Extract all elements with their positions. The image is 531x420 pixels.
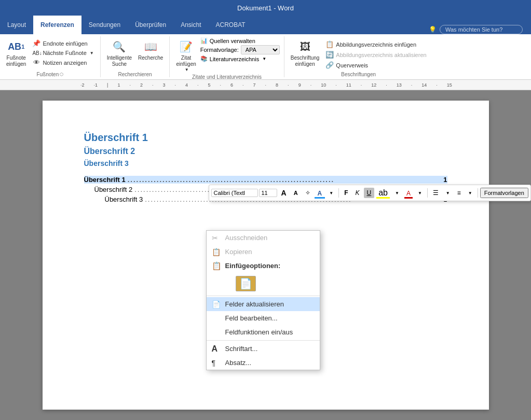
fussnote-label: Fußnoteeinfügen (6, 55, 26, 67)
literatur-dropdown: ▼ (262, 57, 266, 61)
beschriftungen-content: 🖼 Beschriftungeinfügen 📋 Abbildungsverze… (289, 36, 429, 71)
fussnote-icon: AB1 (8, 38, 24, 55)
clear-format-button[interactable]: ✧ (302, 188, 314, 198)
document-heading2[interactable]: Überschrift 2 (84, 147, 447, 156)
tab-ansicht[interactable]: Ansicht (173, 16, 208, 34)
abbildungsverzeichnis-aktualisieren-button[interactable]: 🔄 Abbildungsverzeichnis aktualisieren (323, 50, 428, 60)
font-color-btn[interactable]: A (403, 187, 414, 199)
tab-ueberpruefen[interactable]: Überprüfen (128, 16, 173, 34)
lightbulb-icon: 💡 (429, 26, 437, 33)
beschriftung-label: Beschriftungeinfügen (291, 55, 320, 67)
tab-sendungen[interactable]: Sendungen (81, 16, 128, 34)
zitat-label: Zitateinfügen (176, 55, 196, 67)
tab-referenzen[interactable]: Referenzen (33, 16, 81, 34)
toc-text-1: Überschrift 1 (84, 176, 126, 184)
document-heading1[interactable]: Überschrift 1 (84, 132, 447, 144)
recherche-button[interactable]: 📖 Recherche (136, 37, 165, 62)
ribbon: AB1 Fußnoteeinfügen 📌 Endnote einfügen A… (0, 34, 531, 80)
abbildungsverzeichnis-einfuegen-button[interactable]: 📋 Abbildungsverzeichnis einfügen (323, 39, 428, 49)
document-heading3[interactable]: Überschrift 3 (84, 159, 447, 167)
font-color-dropdown[interactable]: ▼ (415, 189, 425, 197)
color-underline (315, 197, 325, 199)
ctx-kopieren[interactable]: 📋 Kopieren (207, 245, 320, 259)
beschriftung-einfuegen-button[interactable]: 🖼 Beschriftungeinfügen (289, 37, 322, 68)
ribbon-search-box[interactable]: Was möchten Sie tun? (440, 25, 523, 34)
font-shrink-button[interactable]: A (291, 188, 301, 198)
ctx-feld-bearbeiten[interactable]: Feld bearbeiten... (207, 311, 320, 325)
bullets-button[interactable]: ☰ (430, 188, 442, 198)
document-page[interactable]: Überschrift 1 Überschrift 2 Überschrift … (43, 101, 489, 410)
toolbar-sep-3 (478, 188, 478, 198)
ctx-feldfunktionen[interactable]: Feldfunktionen ein/aus (207, 325, 320, 339)
highlight-bar (376, 197, 390, 199)
ruler-marks: ·2 ·1 | 1 · 2 · 3 · 4 · 5 · 6 · 7 · 8 · … (80, 82, 452, 88)
font-grow-button[interactable]: A (278, 187, 290, 199)
tab-acrobat[interactable]: ACROBAT (209, 16, 253, 34)
felder-aktualisieren-label: Felder aktualisieren (225, 300, 284, 308)
recherche-icon: 📖 (142, 38, 159, 55)
notizen-anzeigen-button[interactable]: 👁 Notizen anzeigen (30, 58, 96, 67)
literaturverzeichnis-button[interactable]: Literaturverzeichnis (210, 56, 259, 62)
ctx-schriftart[interactable]: A Schriftart... (207, 342, 320, 356)
notizen-icon: 👁 (32, 59, 40, 66)
naechste-fussnote-dropdown: ▼ (90, 51, 94, 55)
intelligente-suche-button[interactable]: 🔍 IntelligenteSuche (105, 37, 134, 68)
toc-text-2: Überschrift 2 (94, 186, 133, 193)
highlight-btn[interactable]: ab (375, 187, 391, 199)
kopieren-label: Kopieren (225, 248, 252, 256)
endnote-einfuegen-button[interactable]: 📌 Endnote einfügen (30, 38, 96, 48)
absatz-label: Absatz... (225, 359, 252, 367)
formatvorlage-select[interactable]: APA (241, 45, 280, 54)
intelligente-suche-icon: 🔍 (111, 38, 128, 55)
highlight-dropdown[interactable]: ▼ (392, 189, 402, 197)
querverweis-icon: 🔗 (325, 61, 334, 69)
formatvorlagen-button[interactable]: Formatvorlagen (480, 188, 528, 198)
quellen-verwalten-button[interactable]: Quellen verwalten (210, 38, 255, 44)
ribbon-group-recherchieren: 🔍 IntelligenteSuche 📖 Recherche Recherch… (101, 36, 170, 77)
numbering-dropdown[interactable]: ▼ (465, 189, 475, 197)
fussnoten-group-label: Fußnoten ⬡ (36, 71, 63, 77)
italic-button[interactable]: K (352, 188, 363, 198)
ctx-einfuegeoptionen-header: 📋 Einfügeoptionen: (207, 259, 320, 273)
font-input[interactable] (211, 189, 258, 197)
ctx-felder-aktualisieren[interactable]: 📄 Felder aktualisieren (207, 297, 320, 311)
document-area: Überschrift 1 Überschrift 2 Überschrift … (0, 90, 531, 420)
ausschneiden-label: Ausschneiden (225, 234, 268, 242)
fussnote-einfuegen-button[interactable]: AB1 Fußnoteeinfügen (4, 37, 28, 68)
ctx-ausschneiden[interactable]: ✂ Ausschneiden (207, 231, 320, 245)
literatur-icon: 📚 (200, 55, 208, 62)
bullets-dropdown[interactable]: ▼ (443, 189, 453, 197)
scissors-icon: ✂ (212, 234, 218, 242)
felder-icon: 📄 (212, 300, 221, 309)
ctx-absatz[interactable]: ¶ Absatz... (207, 356, 320, 370)
abbildungsverz-akt-icon: 🔄 (325, 51, 334, 59)
title-text: Dokument1 - Word (237, 4, 294, 12)
highlight-color-btn[interactable]: A (315, 187, 325, 199)
toc-dots-1: ........................................… (128, 176, 442, 184)
color-dropdown[interactable]: ▼ (326, 189, 336, 197)
notizen-label: Notizen anzeigen (43, 60, 87, 66)
recherchieren-group-label: Recherchieren (118, 71, 152, 77)
feldfunktionen-label: Feldfunktionen ein/aus (225, 328, 293, 336)
abbildungsverz-akt-label: Abbildungsverzeichnis aktualisieren (336, 52, 426, 58)
ctx-paste-sub[interactable]: 📄 (207, 273, 320, 295)
naechste-fussnote-button[interactable]: AB↓ Nächste Fußnote ▼ (30, 49, 96, 57)
schriftart-label: Schriftart... (225, 345, 258, 353)
tab-layout[interactable]: Layout (0, 16, 33, 34)
font-size-input[interactable] (259, 189, 277, 197)
highlight-icon: ab (378, 188, 388, 197)
fussnoten-expand[interactable]: ⬡ (60, 72, 63, 77)
absatz-icon: ¶ (212, 359, 216, 367)
bold-button[interactable]: F (341, 188, 351, 198)
querverweis-button[interactable]: 🔗 Querverweis (323, 60, 428, 70)
toc-text-3: Überschrift 3 (105, 195, 143, 203)
numbering-button[interactable]: ≡ (454, 188, 464, 198)
underline-button[interactable]: U (364, 188, 375, 198)
zitat-einfuegen-button[interactable]: 📝 Zitateinfügen ▼ (174, 37, 198, 73)
abbildungsverz-einfuegen-label: Abbildungsverzeichnis einfügen (336, 41, 416, 48)
toc-row-1[interactable]: Überschrift 1 ..........................… (84, 176, 447, 184)
font-color-icon: A (406, 190, 411, 197)
querverweis-label: Querverweis (336, 62, 368, 68)
fussnoten-content: AB1 Fußnoteeinfügen 📌 Endnote einfügen A… (4, 36, 96, 71)
literatur-row: 📚 Literaturverzeichnis ▼ (200, 55, 280, 62)
